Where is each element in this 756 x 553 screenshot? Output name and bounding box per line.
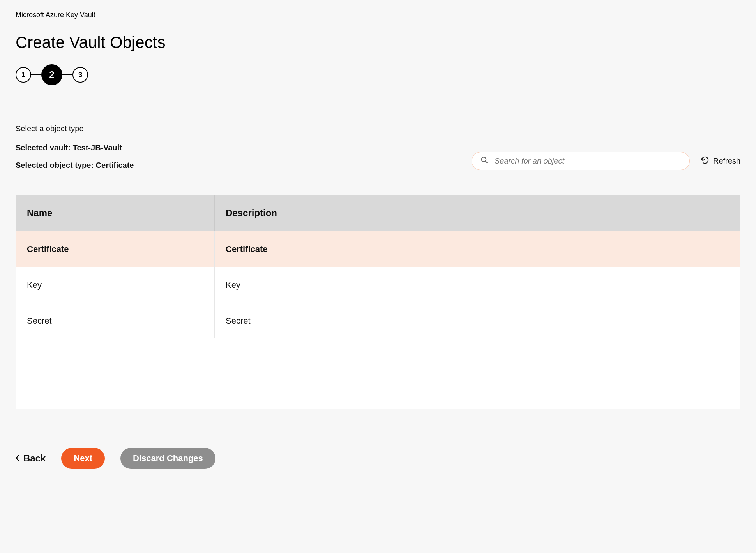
step-line bbox=[31, 74, 41, 75]
cell-name: Key bbox=[16, 267, 215, 303]
info-left: Selected vault: Test-JB-Vault Selected o… bbox=[16, 143, 134, 178]
cell-description: Key bbox=[215, 267, 740, 303]
column-header-name: Name bbox=[16, 195, 215, 231]
selected-vault-label: Selected vault: Test-JB-Vault bbox=[16, 143, 134, 152]
step-2[interactable]: 2 bbox=[41, 64, 62, 85]
table-header-row: Name Description bbox=[16, 195, 740, 231]
svg-point-0 bbox=[481, 157, 486, 162]
search-field-wrap[interactable] bbox=[472, 152, 690, 170]
cell-name: Certificate bbox=[16, 231, 215, 267]
controls-right: Refresh bbox=[472, 152, 740, 170]
search-icon bbox=[480, 156, 488, 166]
step-1[interactable]: 1 bbox=[16, 67, 31, 83]
table-row[interactable]: Certificate Certificate bbox=[16, 231, 740, 267]
next-button[interactable]: Next bbox=[61, 448, 105, 469]
column-header-description: Description bbox=[215, 195, 740, 231]
page-title: Create Vault Objects bbox=[16, 33, 740, 52]
back-label: Back bbox=[23, 453, 46, 464]
svg-line-1 bbox=[485, 161, 487, 163]
breadcrumb-link[interactable]: Microsoft Azure Key Vault bbox=[16, 11, 95, 19]
refresh-button[interactable]: Refresh bbox=[701, 156, 740, 166]
instruction-text: Select a object type bbox=[16, 124, 740, 133]
search-input[interactable] bbox=[494, 156, 681, 166]
selected-object-type-label: Selected object type: Certificate bbox=[16, 161, 134, 170]
cell-description: Certificate bbox=[215, 231, 740, 267]
table-empty-space bbox=[16, 338, 740, 409]
stepper: 1 2 3 bbox=[16, 64, 740, 85]
object-type-table: Name Description Certificate Certificate… bbox=[16, 195, 740, 409]
table-row[interactable]: Secret Secret bbox=[16, 303, 740, 338]
back-button[interactable]: Back bbox=[16, 453, 46, 464]
footer-actions: Back Next Discard Changes bbox=[16, 448, 740, 469]
refresh-icon bbox=[701, 156, 709, 166]
chevron-left-icon bbox=[16, 453, 20, 464]
page-container: Microsoft Azure Key Vault Create Vault O… bbox=[0, 0, 756, 553]
step-line bbox=[62, 74, 72, 75]
step-3[interactable]: 3 bbox=[72, 67, 88, 83]
table-row[interactable]: Key Key bbox=[16, 267, 740, 303]
cell-description: Secret bbox=[215, 303, 740, 338]
discard-changes-button[interactable]: Discard Changes bbox=[120, 448, 215, 469]
refresh-label: Refresh bbox=[713, 157, 740, 166]
cell-name: Secret bbox=[16, 303, 215, 338]
info-row: Selected vault: Test-JB-Vault Selected o… bbox=[16, 143, 740, 178]
